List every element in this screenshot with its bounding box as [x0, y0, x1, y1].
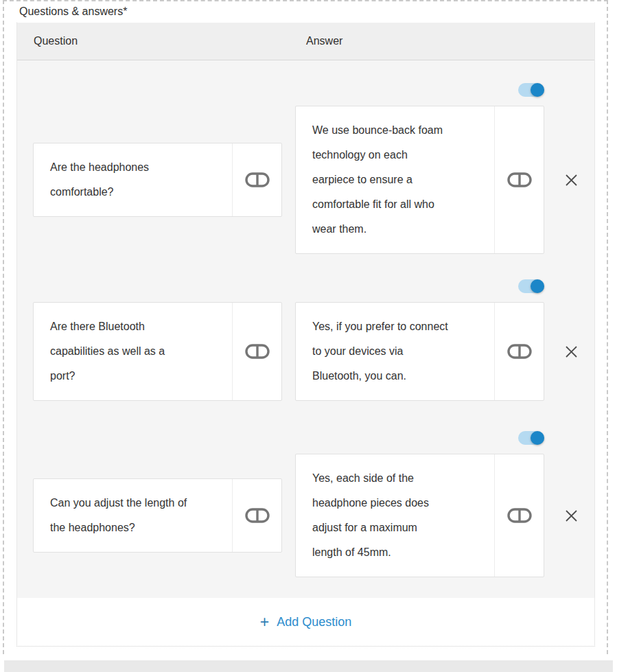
- answer-text: Yes, if you prefer to connect to your de…: [312, 314, 450, 389]
- question-field[interactable]: Are the headphones comfortable?: [33, 143, 282, 217]
- toggle-knob-icon: [531, 431, 544, 445]
- question-field-type-button[interactable]: [232, 303, 281, 400]
- toggle-knob-icon: [531, 83, 544, 97]
- question-text-cell[interactable]: Are there Bluetooth capabilities as well…: [34, 303, 232, 400]
- questions-answers-section: Questions & answers* Question Answer Are…: [3, 0, 608, 654]
- qa-row: Can you adjust the length of the headpho…: [33, 401, 594, 577]
- row-content: Are the headphones comfortable? We use b…: [33, 106, 594, 254]
- row-toggle-container: [33, 431, 544, 445]
- pill-toggle-icon: [507, 508, 532, 523]
- question-text-cell[interactable]: Can you adjust the length of the headpho…: [34, 479, 232, 552]
- answer-text-cell[interactable]: Yes, if you prefer to connect to your de…: [296, 303, 494, 400]
- row-content: Can you adjust the length of the headpho…: [33, 454, 594, 577]
- question-field-type-button[interactable]: [232, 143, 281, 216]
- answer-field-type-button[interactable]: [494, 106, 544, 253]
- question-text: Can you adjust the length of the headpho…: [50, 491, 187, 540]
- answer-field-type-button[interactable]: [494, 303, 544, 400]
- answer-text: We use bounce-back foam technology on ea…: [312, 118, 450, 242]
- pill-toggle-icon: [245, 508, 270, 523]
- add-question-label: Add Question: [277, 615, 351, 629]
- close-icon: [565, 174, 578, 187]
- question-field-type-button[interactable]: [232, 479, 281, 552]
- row-toggle-container: [33, 279, 544, 293]
- next-section-divider: [4, 660, 613, 672]
- pill-toggle-icon: [507, 344, 532, 359]
- question-text: Are the headphones comfortable?: [50, 155, 187, 205]
- close-icon: [565, 509, 578, 522]
- qa-table-header: Question Answer: [17, 23, 594, 60]
- toggle-knob-icon: [531, 279, 544, 293]
- qa-row: Are there Bluetooth capabilities as well…: [33, 254, 594, 401]
- remove-row-button[interactable]: [563, 172, 579, 188]
- question-text: Are there Bluetooth capabilities as well…: [50, 314, 187, 389]
- qa-table: Question Answer Are the headphones comfo…: [16, 23, 595, 647]
- answer-field[interactable]: Yes, each side of the headphone pieces d…: [295, 454, 544, 577]
- answer-field[interactable]: Yes, if you prefer to connect to your de…: [295, 302, 544, 401]
- question-field[interactable]: Can you adjust the length of the headpho…: [33, 478, 282, 553]
- answer-field[interactable]: We use bounce-back foam technology on ea…: [295, 106, 544, 254]
- pill-toggle-icon: [507, 172, 532, 187]
- remove-row-button[interactable]: [563, 343, 579, 360]
- plus-icon: +: [260, 615, 269, 629]
- answer-text: Yes, each side of the headphone pieces d…: [312, 466, 450, 565]
- qa-row: Are the headphones comfortable? We use b…: [33, 60, 594, 254]
- pill-toggle-icon: [245, 344, 270, 359]
- row-enabled-toggle[interactable]: [518, 83, 544, 97]
- answer-field-type-button[interactable]: [494, 454, 544, 577]
- remove-row-button[interactable]: [563, 507, 579, 524]
- close-icon: [565, 345, 578, 358]
- answer-text-cell[interactable]: Yes, each side of the headphone pieces d…: [296, 454, 494, 577]
- row-enabled-toggle[interactable]: [518, 431, 544, 445]
- answer-text-cell[interactable]: We use bounce-back foam technology on ea…: [296, 106, 494, 253]
- question-text-cell[interactable]: Are the headphones comfortable?: [34, 143, 232, 216]
- pill-toggle-icon: [245, 172, 270, 187]
- column-header-question: Question: [17, 35, 306, 47]
- question-field[interactable]: Are there Bluetooth capabilities as well…: [33, 302, 282, 401]
- row-enabled-toggle[interactable]: [518, 279, 544, 293]
- qa-table-footer: + Add Question: [17, 598, 594, 646]
- qa-table-body: Are the headphones comfortable? We use b…: [17, 60, 594, 598]
- column-header-answer: Answer: [306, 35, 594, 47]
- row-content: Are there Bluetooth capabilities as well…: [33, 302, 594, 401]
- section-label: Questions & answers*: [4, 1, 607, 23]
- row-toggle-container: [33, 83, 544, 97]
- add-question-button[interactable]: + Add Question: [260, 615, 352, 629]
